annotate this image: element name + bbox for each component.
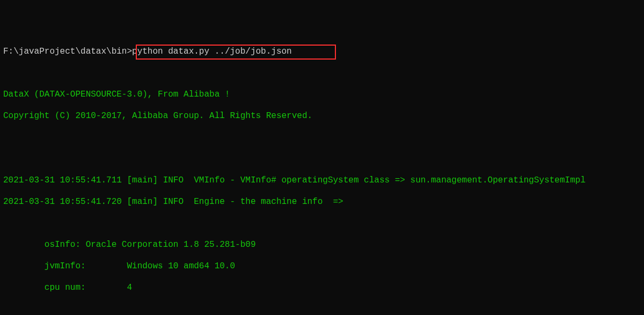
blank-line — [3, 153, 641, 164]
header-line-2: Copyright (C) 2010-2017, Alibaba Group. … — [3, 111, 641, 121]
header-line-1: DataX (DATAX-OPENSOURCE-3.0), From Aliba… — [3, 89, 641, 100]
log-line-1: 2021-03-31 10:55:41.711 [main] INFO VMIn… — [3, 175, 641, 186]
os-info-line: osInfo: Oracle Corporation 1.8 25.281-b0… — [3, 239, 641, 250]
command-prompt-line[interactable]: F:\javaProject\datax\bin>python datax.py… — [3, 46, 641, 57]
blank-line — [3, 218, 641, 229]
blank-line — [3, 132, 641, 143]
command-text: python datax.py ../job/job.json — [132, 47, 292, 56]
log-line-2: 2021-03-31 10:55:41.720 [main] INFO Engi… — [3, 196, 641, 207]
blank-line — [3, 304, 641, 314]
blank-line — [3, 68, 641, 78]
prompt-path: F:\javaProject\datax\bin> — [3, 47, 132, 56]
jvm-info-line: jvmInfo: Windows 10 amd64 10.0 — [3, 261, 641, 272]
cpu-num-line: cpu num: 4 — [3, 282, 641, 293]
